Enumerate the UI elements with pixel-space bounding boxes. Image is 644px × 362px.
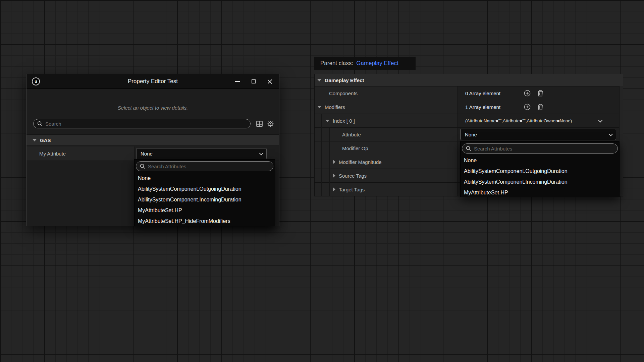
dropdown-option[interactable]: MyAttributeSet.HP_HideFromModifiers bbox=[135, 216, 275, 227]
chevron-down-icon bbox=[609, 132, 613, 136]
category-label: Gameplay Effect bbox=[325, 77, 364, 83]
property-value-cell: None bbox=[458, 128, 623, 141]
property-value-cell: 0 Array element bbox=[458, 86, 623, 100]
row-attribute: Attribute None bbox=[315, 127, 623, 141]
vertical-scrollbar[interactable] bbox=[619, 86, 623, 196]
dropdown-option[interactable]: AbilitySystemComponent.IncomingDuration bbox=[135, 194, 275, 205]
close-icon bbox=[267, 79, 272, 84]
attribute-search-box[interactable] bbox=[136, 161, 273, 171]
property-name-cell: Components bbox=[315, 86, 458, 100]
minimize-icon bbox=[235, 81, 240, 82]
array-count: 1 Array element bbox=[465, 104, 500, 110]
property-name-cell: Modifier Op bbox=[315, 141, 458, 155]
combobox-value: None bbox=[141, 151, 153, 157]
property-value-cell: (AttributeName="",Attribute="",Attribute… bbox=[458, 114, 623, 127]
property-value-cell: None bbox=[135, 146, 279, 161]
property-name: Modifiers bbox=[325, 104, 345, 110]
row-my-attribute: My Attribute None bbox=[26, 146, 279, 161]
maximize-icon bbox=[252, 79, 256, 83]
parent-class-banner: Parent class: Gameplay Effect bbox=[314, 57, 416, 70]
expander-down-icon[interactable] bbox=[317, 79, 321, 81]
row-modifiers: Modifiers 1 Array element bbox=[315, 100, 623, 114]
category-row-gameplay-effect[interactable]: Gameplay Effect bbox=[315, 74, 623, 86]
indent-guide bbox=[321, 114, 322, 196]
search-icon bbox=[140, 163, 146, 169]
combobox-value: None bbox=[465, 132, 477, 137]
property-value-cell: 1 Array element bbox=[458, 100, 623, 114]
expander-down-icon[interactable] bbox=[325, 120, 329, 122]
add-element-icon[interactable] bbox=[524, 89, 531, 97]
attribute-dropdown-left: None AbilitySystemComponent.OutgoingDura… bbox=[134, 159, 275, 226]
attribute-search-input[interactable] bbox=[474, 146, 618, 152]
property-name-cell: Modifiers bbox=[315, 100, 458, 114]
close-button[interactable] bbox=[262, 74, 278, 89]
struct-summary: (AttributeName="",Attribute="",Attribute… bbox=[465, 118, 572, 123]
delete-elements-icon[interactable] bbox=[537, 103, 544, 111]
expander-right-icon[interactable] bbox=[333, 187, 335, 191]
expander-down-icon[interactable] bbox=[33, 139, 37, 141]
expander-right-icon[interactable] bbox=[333, 160, 335, 164]
row-index-0: Index [ 0 ] (AttributeName="",Attribute=… bbox=[315, 114, 623, 127]
attribute-search-box[interactable] bbox=[462, 143, 618, 154]
attribute-dropdown-right: None AbilitySystemComponent.OutgoingDura… bbox=[460, 141, 620, 197]
property-name-cell: Modifier Magnitude bbox=[315, 155, 458, 169]
expander-down-icon[interactable] bbox=[317, 106, 321, 108]
settings-gear-icon[interactable] bbox=[267, 120, 274, 128]
category-label: GAS bbox=[40, 137, 51, 143]
window-search-box[interactable] bbox=[33, 119, 251, 128]
property-name-cell: My Attribute bbox=[26, 146, 135, 161]
window-search-input[interactable] bbox=[45, 121, 250, 127]
dropdown-option[interactable]: MyAttributeSet.HP bbox=[461, 187, 619, 198]
empty-selection-hint: Select an object to view details. bbox=[26, 105, 279, 111]
property-name: Index [ 0 ] bbox=[333, 118, 355, 124]
maximize-button[interactable] bbox=[246, 74, 262, 89]
expander-right-icon[interactable] bbox=[333, 174, 335, 178]
row-components: Components 0 Array element bbox=[315, 86, 623, 100]
property-name: Attribute bbox=[342, 132, 361, 137]
indent-guide bbox=[329, 128, 330, 196]
property-name-cell: Index [ 0 ] bbox=[315, 114, 458, 127]
delete-elements-icon[interactable] bbox=[537, 89, 544, 97]
property-name: My Attribute bbox=[39, 151, 66, 157]
property-name-cell: Attribute bbox=[315, 128, 458, 141]
viewport: Parent class: Gameplay Effect Gameplay E… bbox=[0, 0, 644, 362]
dropdown-option[interactable]: MyAttributeSet.HP bbox=[135, 205, 275, 216]
chevron-down-icon[interactable] bbox=[598, 118, 603, 122]
attribute-options: None AbilitySystemComponent.OutgoingDura… bbox=[135, 173, 275, 227]
property-name: Modifier Op bbox=[342, 145, 368, 151]
search-icon bbox=[466, 145, 472, 152]
dropdown-option[interactable]: None bbox=[461, 155, 619, 166]
property-name: Source Tags bbox=[339, 173, 367, 179]
search-icon bbox=[37, 121, 43, 127]
property-name: Modifier Magnitude bbox=[339, 159, 382, 165]
property-name-cell: Source Tags bbox=[315, 169, 458, 182]
attribute-options: None AbilitySystemComponent.OutgoingDura… bbox=[461, 155, 619, 198]
details-view-icon[interactable] bbox=[256, 120, 263, 128]
attribute-search-input[interactable] bbox=[148, 164, 273, 169]
chevron-down-icon bbox=[259, 151, 264, 156]
property-name-cell: Target Tags bbox=[315, 183, 458, 196]
window-titlebar[interactable]: u Property Editor Test bbox=[26, 74, 279, 89]
array-count: 0 Array element bbox=[465, 90, 500, 96]
property-name: Target Tags bbox=[339, 187, 365, 192]
parent-class-label: Parent class: bbox=[320, 60, 353, 67]
dropdown-option[interactable]: None bbox=[135, 173, 275, 184]
my-attribute-combobox[interactable]: None bbox=[136, 148, 267, 159]
dropdown-option[interactable]: AbilitySystemComponent.IncomingDuration bbox=[461, 177, 619, 187]
minimize-button[interactable] bbox=[229, 74, 246, 89]
dropdown-option[interactable]: AbilitySystemComponent.OutgoingDuration bbox=[461, 166, 619, 177]
dropdown-option[interactable]: AbilitySystemComponent.OutgoingDuration bbox=[135, 184, 275, 194]
attribute-combobox[interactable]: None bbox=[461, 129, 616, 140]
property-name: Components bbox=[329, 90, 358, 96]
add-element-icon[interactable] bbox=[524, 103, 531, 111]
category-row-gas[interactable]: GAS bbox=[26, 134, 279, 146]
parent-class-link[interactable]: Gameplay Effect bbox=[356, 60, 398, 67]
